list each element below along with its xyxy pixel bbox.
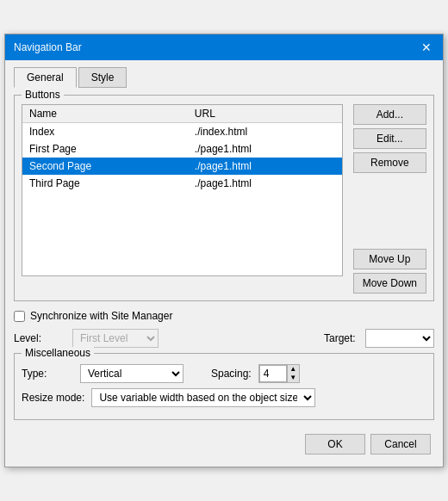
- buttons-area: Name URL Index./index.htmlFirst Page./pa…: [22, 104, 426, 294]
- spacing-label: Spacing:: [211, 368, 252, 380]
- move-up-button[interactable]: Move Up: [353, 249, 426, 269]
- buttons-group-title: Buttons: [22, 89, 64, 101]
- side-buttons: Add... Edit... Remove Move Up Move Down: [353, 104, 426, 294]
- ok-button[interactable]: OK: [305, 434, 365, 455]
- remove-button[interactable]: Remove: [353, 152, 426, 173]
- sync-checkbox[interactable]: [14, 311, 25, 322]
- sync-label: Synchronize with Site Manager: [30, 310, 172, 322]
- dialog-body: General Style Buttons Name URL: [5, 60, 443, 467]
- target-label: Target:: [324, 332, 358, 344]
- close-button[interactable]: ✕: [419, 40, 434, 55]
- type-label: Type:: [22, 368, 73, 380]
- add-button[interactable]: Add...: [353, 104, 426, 125]
- spacing-input[interactable]: 4: [259, 365, 287, 382]
- title-bar: Navigation Bar ✕: [5, 34, 443, 60]
- dialog: Navigation Bar ✕ General Style Buttons: [4, 34, 444, 467]
- type-select[interactable]: VerticalHorizontal: [80, 364, 184, 383]
- table-container[interactable]: Name URL Index./index.htmlFirst Page./pa…: [22, 104, 343, 276]
- buttons-group: Buttons Name URL Index./index.h: [14, 95, 434, 301]
- spacing-spinner: 4 ▲ ▼: [258, 364, 300, 383]
- tab-general[interactable]: General: [14, 67, 77, 88]
- col-name: Name: [22, 105, 188, 123]
- spinner-buttons: ▲ ▼: [287, 365, 299, 382]
- table-row[interactable]: Index./index.html: [22, 123, 342, 141]
- misc-title: Miscellaneous: [22, 347, 94, 359]
- edit-button[interactable]: Edit...: [353, 128, 426, 149]
- resize-row: Resize mode: Use variable width based on…: [22, 388, 426, 407]
- table-row[interactable]: First Page./page1.html: [22, 140, 342, 158]
- level-target-row: Level: First LevelSecond LevelThird Leve…: [14, 329, 434, 348]
- resize-select[interactable]: Use variable width based on the object s…: [91, 388, 315, 407]
- table-body: Index./index.htmlFirst Page./page1.htmlS…: [22, 123, 342, 193]
- level-select[interactable]: First LevelSecond LevelThird Level: [72, 329, 159, 348]
- table-row[interactable]: Third Page./page1.html: [22, 175, 342, 192]
- misc-group: Miscellaneous Type: VerticalHorizontal S…: [14, 353, 434, 420]
- tab-style[interactable]: Style: [78, 67, 128, 88]
- target-select[interactable]: [365, 329, 434, 348]
- move-spacer: [353, 176, 426, 245]
- footer: OK Cancel: [14, 429, 434, 458]
- tabs: General Style: [14, 67, 434, 88]
- move-down-button[interactable]: Move Down: [353, 273, 426, 294]
- cancel-button[interactable]: Cancel: [370, 434, 431, 455]
- col-url: URL: [188, 105, 342, 123]
- dialog-title: Navigation Bar: [14, 41, 82, 53]
- type-spacing-row: Type: VerticalHorizontal Spacing: 4 ▲ ▼: [22, 364, 426, 383]
- level-label: Level:: [14, 332, 65, 344]
- sync-row: Synchronize with Site Manager: [14, 310, 434, 322]
- spinner-down[interactable]: ▼: [287, 374, 299, 382]
- table-row[interactable]: Second Page./page1.html: [22, 158, 342, 175]
- resize-label: Resize mode:: [22, 392, 84, 404]
- buttons-table: Name URL Index./index.htmlFirst Page./pa…: [22, 105, 342, 192]
- table-area: Name URL Index./index.htmlFirst Page./pa…: [22, 104, 343, 294]
- spinner-up[interactable]: ▲: [287, 365, 299, 374]
